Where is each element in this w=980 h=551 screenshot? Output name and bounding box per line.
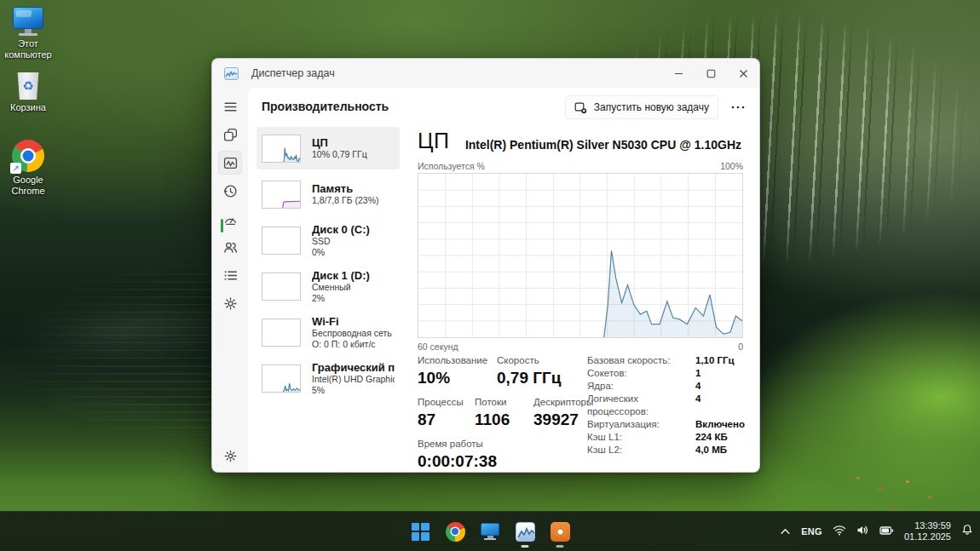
spec-value: Включено — [695, 418, 745, 431]
taskbar-chrome-button[interactable] — [444, 520, 466, 542]
shortcut-arrow-icon: ↗ — [10, 163, 21, 174]
speaker-icon — [856, 525, 869, 536]
stat-threads-value: 1106 — [475, 409, 533, 430]
sidebar-item-users[interactable] — [218, 235, 242, 259]
tray-network-button[interactable] — [833, 524, 846, 539]
stat-usage-label: Использование — [418, 354, 497, 366]
desktop-icon-recycle-bin[interactable]: ♻ Корзина — [0, 72, 56, 113]
cpu-sparkline — [262, 135, 301, 163]
x-axis-right-label: 0 — [738, 342, 743, 352]
spec-label: Кэш L1: — [587, 431, 695, 444]
stat-speed-label: Скорость — [497, 354, 561, 366]
desktop-icon-this-pc[interactable]: Этот компьютер — [0, 7, 56, 60]
ellipsis-icon — [731, 106, 745, 109]
spec-value: 4 — [695, 380, 745, 393]
cpu-name: Intel(R) Pentium(R) Silver N5030 CPU @ 1… — [465, 138, 741, 152]
services-gear-icon — [223, 296, 238, 311]
content-area: Производительность Запустить новую задач… — [248, 88, 759, 472]
spec-label: Сокетов: — [587, 367, 695, 380]
list-item-title: Графический про — [312, 361, 395, 374]
run-new-task-button[interactable]: Запустить новую задачу — [565, 95, 718, 119]
spec-label: Виртуализация: — [587, 418, 695, 431]
window-titlebar[interactable]: Диспетчер задач — [212, 59, 759, 88]
new-task-icon — [574, 101, 587, 114]
desktop-icon-label: Google Chrome — [0, 175, 56, 197]
sidebar-item-settings[interactable] — [218, 444, 242, 468]
tray-battery-button[interactable] — [879, 524, 894, 539]
tray-language-button[interactable]: ENG — [801, 526, 822, 537]
wifi-icon — [833, 525, 846, 536]
taskbar-task-manager-button[interactable] — [514, 520, 536, 542]
chart-axis-top: Используется % 100% — [418, 161, 743, 171]
sidebar-item-details[interactable] — [218, 263, 242, 287]
processes-icon — [223, 128, 238, 142]
nav-rail — [212, 88, 248, 472]
tray-date: 01.12.2025 — [904, 531, 951, 542]
tray-show-hidden-button[interactable] — [780, 524, 791, 539]
list-item-memory[interactable]: Память 1,8/7,8 ГБ (23%) — [257, 173, 400, 215]
list-item-title: Диск 0 (C:) — [312, 223, 370, 236]
desktop-icon-google-chrome[interactable]: ↗ Google Chrome — [0, 140, 56, 197]
settings-gear-icon — [223, 449, 238, 463]
cpu-usage-chart — [418, 173, 743, 338]
tray-notifications-button[interactable] — [961, 524, 973, 539]
tray-clock-button[interactable]: 13:39:59 01.12.2025 — [904, 520, 951, 542]
window-title: Диспетчер задач — [251, 67, 335, 79]
list-item-disk1[interactable]: Диск 1 (D:) Сменный 2% — [257, 265, 400, 307]
taskbar-capture-app-button[interactable] — [549, 520, 571, 542]
tray-volume-button[interactable] — [856, 524, 869, 539]
gpu-sparkline — [262, 364, 301, 393]
list-item-title: Диск 1 (D:) — [312, 269, 370, 282]
desktop-icon-label: Этот компьютер — [0, 38, 56, 60]
stat-handles-label: Дескрипторы — [533, 396, 593, 408]
this-pc-icon — [13, 7, 43, 36]
close-button[interactable] — [727, 59, 759, 88]
stat-speed-value: 0,79 ГГц — [497, 367, 561, 388]
more-options-button[interactable] — [725, 97, 751, 118]
maximize-button[interactable] — [695, 59, 727, 88]
sidebar-item-app-history[interactable] — [218, 179, 242, 203]
sidebar-item-services[interactable] — [218, 291, 242, 315]
performance-icon — [223, 156, 238, 170]
y-axis-label: Используется % — [418, 161, 485, 171]
run-new-task-label: Запустить новую задачу — [594, 101, 709, 113]
list-item-sub: Сменный — [312, 282, 370, 293]
disk0-sparkline — [262, 227, 301, 255]
desktop-icon-label: Корзина — [10, 102, 46, 113]
history-icon — [223, 184, 238, 198]
list-item-disk0[interactable]: Диск 0 (C:) SSD 0% — [257, 219, 400, 261]
task-manager-app-icon — [224, 67, 239, 80]
list-item-sub2: 0% — [312, 247, 370, 258]
start-button[interactable] — [409, 520, 431, 542]
details-list-icon — [223, 268, 238, 283]
list-item-cpu[interactable]: ЦП 10% 0,79 ГГц — [257, 127, 400, 169]
chrome-icon: ↗ — [12, 140, 44, 172]
stat-processes-value: 87 — [418, 409, 475, 430]
battery-icon — [879, 525, 894, 536]
sidebar-item-menu[interactable] — [218, 95, 242, 118]
taskbar: ENG 13:39:59 01.12.2025 — [0, 511, 980, 551]
spec-value: 1,10 ГГц — [695, 354, 745, 367]
stat-uptime-value: 0:00:07:38 — [418, 451, 497, 472]
sidebar-item-performance[interactable] — [218, 151, 242, 175]
list-item-sub: 10% 0,79 ГГц — [312, 149, 367, 160]
list-item-wifi[interactable]: Wi-Fi Беспроводная сеть О: 0 П: 0 кбит/с — [257, 311, 400, 353]
wifi-sparkline — [262, 319, 301, 347]
cpu-stats-block: Использование 10% Скорость 0,79 ГГц Проц… — [418, 354, 593, 473]
list-item-title: ЦП — [312, 136, 367, 149]
taskbar-display-app-button[interactable] — [479, 520, 501, 542]
spec-value: 224 КБ — [695, 431, 745, 444]
sidebar-item-processes[interactable] — [218, 123, 242, 146]
wallpaper-autumn-leaves — [856, 477, 860, 479]
spec-label: Базовая скорость: — [587, 354, 695, 367]
spec-value: 4 — [695, 393, 745, 418]
spec-label: Логических процессоров: — [587, 393, 695, 418]
list-item-sub: SSD — [312, 236, 370, 247]
list-item-gpu[interactable]: Графический про Intel(R) UHD Graphics 6 … — [257, 357, 400, 399]
sidebar-item-startup-apps[interactable] — [218, 207, 242, 231]
y-axis-max-label: 100% — [720, 161, 743, 171]
spec-value: 1 — [695, 367, 745, 380]
list-item-sub2: О: 0 П: 0 кбит/с — [312, 339, 392, 350]
spec-label: Кэш L2: — [587, 444, 695, 456]
minimize-button[interactable] — [662, 59, 695, 88]
